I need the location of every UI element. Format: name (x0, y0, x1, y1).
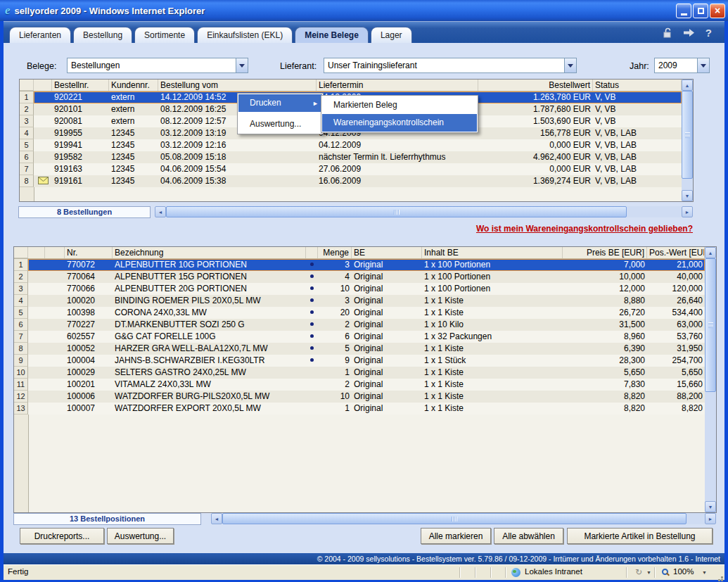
cell-inhalt: 1 x 1 Kiste (422, 295, 563, 307)
scrollbar-thumb[interactable] (705, 258, 716, 392)
envelope-icon (34, 175, 52, 187)
tab-lager[interactable]: Lager (371, 27, 412, 43)
column-header-inhalt[interactable]: Inhalt BE (422, 247, 563, 258)
table-row[interactable]: 11100201VITAMALZ 24X0,33L MW2Original1 x… (14, 379, 705, 391)
lieferant-select[interactable]: Unser Trainingslieferant (324, 58, 577, 73)
column-header-liefertermin[interactable]: Liefertermin (317, 80, 478, 91)
context-menu: Drucken ► Auswertung... (237, 93, 324, 134)
scroll-down-button[interactable]: ▼ (705, 501, 716, 512)
chevron-down-icon[interactable]: ▼ (646, 570, 651, 575)
column-header-preis[interactable]: Preis BE [EUR] (563, 247, 647, 258)
column-header-be[interactable]: BE (352, 247, 422, 258)
security-zone-label: Lokales Intranet (525, 567, 582, 576)
wareneingangskontrollschein-help-link[interactable]: Wo ist mein Wareneingangskontrollschein … (476, 224, 693, 234)
cell-bestellnr: 919161 (52, 175, 109, 187)
column-header-bestellnr[interactable]: Bestellnr. (52, 80, 109, 91)
table-row[interactable]: 1770072ALPENBUTTER 10G PORTIONEN3Origina… (14, 259, 705, 271)
column-header-bestellung_vom[interactable]: Bestellung vom (158, 80, 317, 91)
belege-select[interactable]: Bestellungen (67, 58, 248, 73)
table-row[interactable]: 10100029SELTERS GASTRO 24X0,25L MW1Origi… (14, 367, 705, 379)
dropdown-button[interactable] (236, 58, 248, 72)
column-header-nr[interactable]: Nr. (65, 247, 113, 258)
scroll-left-button[interactable]: ◄ (211, 513, 222, 524)
auswertung-button[interactable]: Auswertung... (107, 528, 174, 544)
table-row[interactable]: 79191631234504.06.2009 15:5427.06.20090,… (20, 163, 682, 175)
table-row[interactable]: 69195821234505.08.2009 15:18nächster Ter… (20, 151, 682, 163)
scroll-up-button[interactable]: ▲ (705, 247, 716, 258)
tab-meine-belege[interactable]: Meine Belege (295, 27, 369, 43)
menu-item-drucken[interactable]: Drucken ► (238, 94, 322, 112)
cell-menge: 10 (318, 283, 352, 295)
close-button[interactable]: × (710, 4, 725, 18)
cell-bezeichnung: WATZDORFER EXPORT 20X0,5L MW (113, 403, 306, 415)
menu-item-markierten-beleg[interactable]: Markierten Beleg (322, 96, 477, 114)
dropdown-button[interactable] (564, 58, 576, 72)
cell-preis: 6,390 (563, 343, 647, 355)
tab-sortimente[interactable]: Sortimente (134, 27, 195, 43)
scroll-left-button[interactable]: ◄ (155, 206, 166, 217)
table-row[interactable]: 3770066ALPENBUTTER 20G PORTIONEN10Origin… (14, 283, 705, 295)
dropdown-button[interactable] (697, 58, 709, 72)
row-icon-cell (34, 115, 52, 127)
markierte-artikel-button[interactable]: Markierte Artikel in Bestellung (567, 528, 713, 544)
marker-cell (28, 307, 45, 319)
alle-markieren-button[interactable]: Alle markieren (421, 528, 491, 544)
table-row[interactable]: 7602557G&G CAT FORELLE 100G6Original1 x … (14, 331, 705, 343)
browser-window: e sellyorder 2009 - Windows Internet Exp… (0, 0, 728, 582)
forward-arrow-icon[interactable] (683, 28, 695, 37)
cell-be: Original (352, 283, 422, 295)
column-header-kundennr[interactable]: Kundennr. (109, 80, 158, 91)
cell-status: V, VB, LAB (593, 163, 682, 175)
table-row[interactable]: 5100398CORONA 24X0,33L MW20Original1 x 1… (14, 307, 705, 319)
column-header-status[interactable]: Status (593, 80, 682, 91)
table-row[interactable]: 6770227DT.MARKENBUTTER SOZI 250 G2Origin… (14, 319, 705, 331)
table-row[interactable]: 4100020BINDING ROEMER PILS 20X0,5L MW3Or… (14, 295, 705, 307)
cell-wert: 53,760 (647, 331, 705, 343)
marker-cell (45, 343, 65, 355)
scroll-down-button[interactable]: ▼ (682, 190, 693, 201)
scroll-right-button[interactable]: ► (682, 206, 693, 217)
cell-wert: 63,000 (647, 319, 705, 331)
table-row[interactable]: 9100004JAHNS-B.SCHWARZBIER I.KEG30LTR9Or… (14, 355, 705, 367)
cell-bezeichnung: VITAMALZ 24X0,33L MW (113, 379, 306, 391)
table-row[interactable]: 89191611234504.06.2009 15:3816.06.20091.… (20, 175, 682, 187)
cell-num: 4 (20, 127, 34, 139)
tab-bestellung[interactable]: Bestellung (73, 27, 132, 43)
scrollbar-thumb[interactable] (682, 91, 693, 179)
menu-item-auswertung[interactable]: Auswertung... (238, 115, 322, 133)
minimize-button[interactable] (676, 4, 691, 18)
column-header-bezeichnung[interactable]: Bezeichnung (113, 247, 306, 258)
cell-status: V, VB, LAB (593, 175, 682, 187)
cell-bestellnr: 919582 (52, 151, 109, 163)
menu-item-wareneingangskontrollschein[interactable]: Wareneingangskontrollschein (322, 114, 477, 132)
alle-abwaehlen-button[interactable]: Alle abwählen (494, 528, 563, 544)
tab-einkaufslisten-ekl[interactable]: Einkaufslisten (EKL) (197, 27, 293, 43)
marker-cell (45, 391, 65, 403)
help-icon[interactable]: ? (705, 27, 712, 39)
table-row[interactable]: 13100007WATZDORFER EXPORT 20X0,5L MW1Ori… (14, 403, 705, 415)
resize-grip[interactable] (721, 576, 723, 578)
table-row[interactable]: 8100052HARZER GRA WELL-BALA12X0,7L MW5Or… (14, 343, 705, 355)
druckreports-button[interactable]: Druckreports... (20, 528, 104, 544)
cell-kundennr: extern (109, 115, 158, 127)
jahr-select[interactable]: 2009 (654, 58, 710, 73)
chevron-down-icon[interactable]: ▼ (702, 570, 707, 575)
column-header-bestellwert[interactable]: Bestellwert (478, 80, 593, 91)
marker-cell (28, 403, 45, 415)
scroll-up-button[interactable]: ▲ (682, 80, 693, 91)
table-row[interactable]: 59199411234503.12.2009 12:1604.12.20090,… (20, 139, 682, 151)
cell-num: 10 (14, 367, 28, 379)
column-header-wert[interactable]: Pos.-Wert [EUR] (647, 247, 705, 258)
submenu-arrow-icon: ► (312, 95, 319, 113)
scrollbar-thumb[interactable] (166, 206, 627, 217)
scrollbar-thumb[interactable] (222, 513, 687, 524)
tab-lieferanten[interactable]: Lieferanten (9, 27, 71, 43)
table-row[interactable]: 2770064ALPENBUTTER 15G PORTIONEN4Origina… (14, 271, 705, 283)
scroll-right-button[interactable]: ► (705, 513, 716, 524)
table-row[interactable]: 12100006WATZDORFER BURG-PILS20X0,5L MW10… (14, 391, 705, 403)
marker-cell (45, 271, 65, 283)
cell-bestellnr: 920221 (52, 91, 109, 103)
maximize-button[interactable] (693, 4, 708, 18)
column-header-menge[interactable]: Menge (318, 247, 352, 258)
unlock-icon[interactable] (663, 27, 672, 39)
